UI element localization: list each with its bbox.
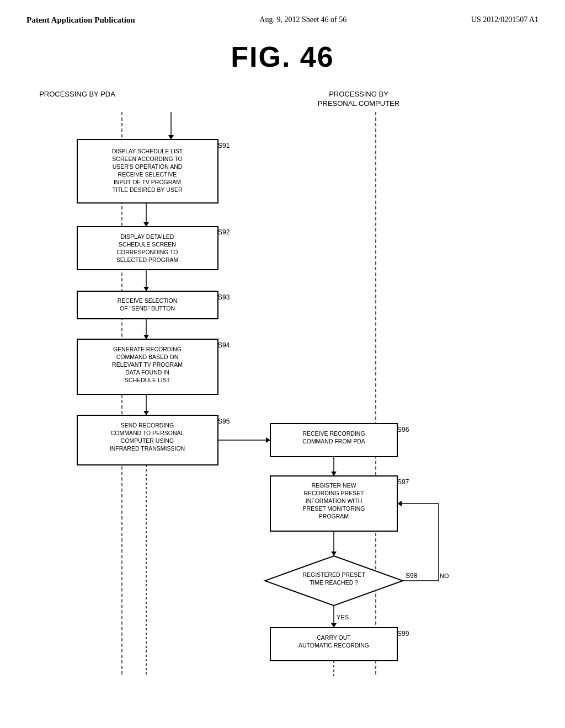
svg-marker-10 xyxy=(143,335,149,339)
publication-label: Patent Application Publication xyxy=(26,15,135,25)
s91-label: S91 xyxy=(218,142,230,149)
svg-text:REGISTER NEW: REGISTER NEW xyxy=(311,482,356,489)
s95-label: S95 xyxy=(218,417,230,425)
svg-marker-19 xyxy=(331,472,337,476)
svg-marker-13 xyxy=(143,411,149,415)
svg-text:INPUT OF TV PROGRAM: INPUT OF TV PROGRAM xyxy=(114,179,181,185)
svg-marker-28 xyxy=(331,623,337,628)
svg-text:OF "SEND" BUTTON: OF "SEND" BUTTON xyxy=(120,305,175,312)
svg-text:REGISTERED PRESET: REGISTERED PRESET xyxy=(302,571,365,578)
svg-text:TIME REACHED ?: TIME REACHED ? xyxy=(310,579,358,586)
svg-text:USER'S OPERATION AND: USER'S OPERATION AND xyxy=(113,163,183,170)
s97-label: S97 xyxy=(397,478,409,486)
date-sheet-label: Aug. 9, 2012 Sheet 46 of 56 xyxy=(259,15,347,24)
svg-text:SELECTED PROGRAM: SELECTED PROGRAM xyxy=(116,256,179,263)
s99-label: S99 xyxy=(397,630,409,638)
patent-number-label: US 2012/0201507 A1 xyxy=(471,15,539,24)
svg-marker-22 xyxy=(331,552,337,556)
svg-marker-26 xyxy=(397,501,402,506)
svg-text:DISPLAY SCHEDULE LIST: DISPLAY SCHEDULE LIST xyxy=(112,148,183,154)
yes-label: YES xyxy=(337,614,349,620)
no-label: NO xyxy=(440,572,449,579)
svg-marker-7 xyxy=(143,287,149,291)
s94-label: S94 xyxy=(218,341,230,349)
svg-text:GENERATE RECORDING: GENERATE RECORDING xyxy=(113,346,182,352)
svg-text:CARRY OUT: CARRY OUT xyxy=(317,634,351,641)
svg-text:RECEIVE SELECTION: RECEIVE SELECTION xyxy=(118,297,178,304)
flowchart-diagram: PROCESSING BY PDA PROCESSING BYPRESONAL … xyxy=(0,84,565,691)
s92-label: S92 xyxy=(218,228,230,236)
svg-marker-16 xyxy=(266,437,270,443)
s93-label: S93 xyxy=(218,293,230,301)
s98-label: S98 xyxy=(406,572,418,580)
svg-text:SEND RECORDING: SEND RECORDING xyxy=(121,422,174,429)
svg-marker-1 xyxy=(168,135,174,140)
svg-text:COMMAND BASED ON: COMMAND BASED ON xyxy=(116,354,179,360)
svg-text:PRESET MONITORING: PRESET MONITORING xyxy=(303,505,365,512)
svg-text:INFRARED TRANSMISSION: INFRARED TRANSMISSION xyxy=(110,445,185,452)
svg-text:SCHEDULE LIST: SCHEDULE LIST xyxy=(125,377,170,383)
svg-text:COMMAND FROM PDA: COMMAND FROM PDA xyxy=(302,438,365,445)
svg-text:PROGRAM: PROGRAM xyxy=(319,513,349,520)
svg-marker-4 xyxy=(143,222,149,227)
figure-title: FIG. 46 xyxy=(0,40,565,73)
svg-text:DISPLAY DETAILED: DISPLAY DETAILED xyxy=(121,233,174,240)
svg-text:INFORMATION WITH: INFORMATION WITH xyxy=(306,497,362,504)
svg-text:SCHEDULE SCREEN: SCHEDULE SCREEN xyxy=(119,241,176,248)
svg-text:DATA FOUND IN: DATA FOUND IN xyxy=(125,369,169,376)
s96-label: S96 xyxy=(397,426,409,433)
svg-text:RECEIVE SELECTIVE: RECEIVE SELECTIVE xyxy=(118,171,177,178)
svg-text:COMPUTER USING: COMPUTER USING xyxy=(121,437,174,444)
page-header: Patent Application Publication Aug. 9, 2… xyxy=(0,0,565,25)
svg-text:RECEIVE RECORDING: RECEIVE RECORDING xyxy=(302,430,365,437)
svg-text:SCREEN ACCORDING TO: SCREEN ACCORDING TO xyxy=(112,156,182,162)
svg-text:COMMAND TO PERSONAL: COMMAND TO PERSONAL xyxy=(111,430,184,436)
svg-text:CORRESPONDING TO: CORRESPONDING TO xyxy=(116,249,178,255)
svg-text:RECORDING PRESET: RECORDING PRESET xyxy=(303,490,364,496)
svg-text:RELEVANT TV PROGRAM: RELEVANT TV PROGRAM xyxy=(112,361,183,368)
svg-text:AUTOMATIC RECORDING: AUTOMATIC RECORDING xyxy=(299,642,369,649)
svg-text:TITLE DESIRED BY USER: TITLE DESIRED BY USER xyxy=(112,186,182,193)
flowchart-svg: S91 S92 S93 S94 S95 xyxy=(0,84,565,680)
